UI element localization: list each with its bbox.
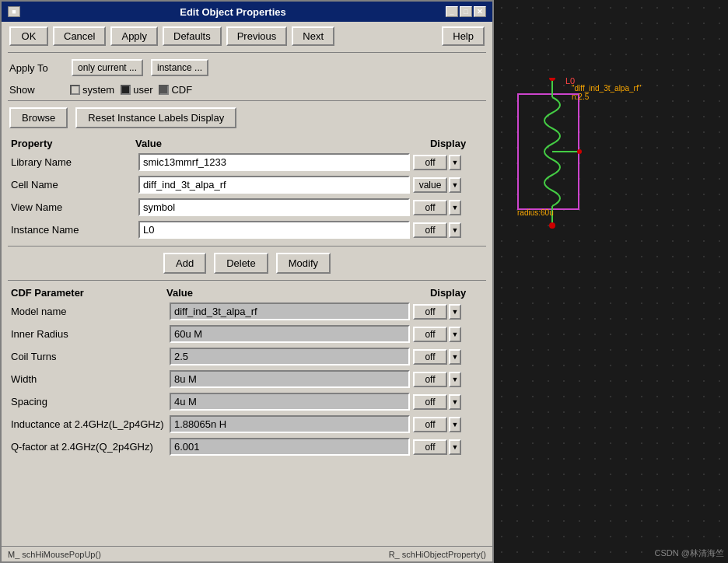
user-label: user bbox=[133, 84, 152, 96]
title-bar-controls: _ □ ✕ bbox=[446, 6, 486, 17]
divider3 bbox=[8, 246, 486, 247]
svg-point-4 bbox=[549, 222, 555, 229]
modify-button[interactable]: Modify bbox=[276, 253, 331, 274]
cdf-row-width: Width off ▼ bbox=[8, 368, 486, 390]
model-name-label: Model name bbox=[11, 306, 166, 317]
model-display-btn[interactable]: off bbox=[413, 304, 447, 320]
cell-display-arrow[interactable]: ▼ bbox=[449, 177, 461, 193]
inner-radius-input[interactable] bbox=[170, 325, 410, 343]
show-label: Show bbox=[9, 84, 64, 96]
spacing-label: Spacing bbox=[11, 396, 166, 407]
qfactor-display-btn[interactable]: off bbox=[413, 439, 447, 455]
property-table: Property Value Display Library Name off … bbox=[8, 136, 486, 241]
width-display-arrow[interactable]: ▼ bbox=[449, 372, 461, 387]
apply-button[interactable]: Apply bbox=[110, 26, 158, 46]
defaults-button[interactable]: Defaults bbox=[163, 26, 222, 46]
spacing-display-btn[interactable]: off bbox=[413, 394, 447, 410]
view-name-input[interactable] bbox=[138, 198, 410, 216]
prop-row-library: Library Name off ▼ bbox=[8, 151, 486, 173]
divider1 bbox=[8, 52, 486, 53]
prop-header: Property Value Display bbox=[8, 136, 486, 151]
cdf-label: CDF bbox=[171, 84, 192, 96]
prop-row-instance: Instance Name off ▼ bbox=[8, 219, 486, 241]
cell-name-input[interactable] bbox=[138, 176, 410, 194]
add-button[interactable]: Add bbox=[163, 253, 206, 274]
next-button[interactable]: Next bbox=[292, 26, 334, 46]
width-label: Width bbox=[11, 373, 166, 385]
inductance-input[interactable] bbox=[170, 415, 410, 433]
prop-col-header: Property bbox=[11, 138, 135, 149]
maximize-button[interactable]: □ bbox=[460, 6, 472, 17]
show-user-item: user bbox=[121, 84, 152, 96]
help-button[interactable]: Help bbox=[442, 26, 485, 46]
reset-button[interactable]: Reset Instance Labels Display bbox=[75, 107, 236, 128]
browse-row: Browse Reset Instance Labels Display bbox=[2, 103, 492, 133]
val-col-header: Value bbox=[135, 138, 413, 149]
bottom-left: M_ schHiMousePopUp() bbox=[8, 550, 101, 559]
bottom-right: R_ schHiObjectProperty() bbox=[389, 550, 486, 559]
cdf-disp-header: Display bbox=[413, 287, 483, 299]
divider2 bbox=[8, 100, 486, 101]
close-button[interactable]: ✕ bbox=[474, 6, 486, 17]
instance-display-arrow[interactable]: ▼ bbox=[449, 222, 461, 238]
toolbar: OK Cancel Apply Defaults Previous Next H… bbox=[2, 22, 492, 51]
previous-button[interactable]: Previous bbox=[226, 26, 288, 46]
system-label: system bbox=[82, 84, 114, 96]
browse-button[interactable]: Browse bbox=[9, 107, 68, 128]
dialog-title: Edit Object Properties bbox=[180, 6, 286, 18]
library-display-arrow[interactable]: ▼ bbox=[449, 155, 461, 170]
delete-button[interactable]: Delete bbox=[214, 253, 268, 274]
prop-row-view: View Name off ▼ bbox=[8, 196, 486, 219]
inductance-display-arrow[interactable]: ▼ bbox=[449, 417, 461, 432]
model-name-input[interactable] bbox=[170, 302, 410, 320]
cell-display-btn[interactable]: value bbox=[413, 177, 447, 193]
only-current-dropdown[interactable]: only current ... bbox=[72, 59, 143, 76]
show-cdf-item: CDF bbox=[159, 84, 192, 96]
inner-radius-label: Inner Radius bbox=[11, 328, 166, 340]
action-btn-row: Add Delete Modify bbox=[2, 248, 492, 278]
cdf-row-model: Model name off ▼ bbox=[8, 300, 486, 323]
cdf-row-turns: Coil Turns off ▼ bbox=[8, 345, 486, 368]
spacing-input[interactable] bbox=[170, 393, 410, 411]
cdf-row-qfactor: Q-factor at 2.4GHz(Q_2p4GHz) off ▼ bbox=[8, 435, 486, 458]
title-bar: ■ Edit Object Properties _ □ ✕ bbox=[2, 2, 492, 22]
cdf-param-header: CDF Parameter bbox=[11, 287, 166, 299]
qfactor-display-arrow[interactable]: ▼ bbox=[449, 439, 461, 455]
watermark: CSDN @林清海竺 bbox=[655, 547, 724, 559]
minimize-button[interactable]: _ bbox=[446, 6, 458, 17]
system-checkbox[interactable] bbox=[70, 85, 80, 95]
svg-point-3 bbox=[549, 78, 555, 81]
turns-display-btn[interactable]: off bbox=[413, 349, 447, 365]
instance-dropdown[interactable]: instance ... bbox=[151, 59, 208, 76]
cdf-row-radius: Inner Radius off ▼ bbox=[8, 323, 486, 345]
instance-name-input[interactable] bbox=[138, 221, 410, 239]
spacing-display-arrow[interactable]: ▼ bbox=[449, 394, 461, 410]
width-input[interactable] bbox=[170, 370, 410, 388]
user-checkbox[interactable] bbox=[121, 85, 131, 95]
instance-display-btn[interactable]: off bbox=[413, 222, 447, 238]
apply-to-row: Apply To only current ... instance ... bbox=[2, 54, 492, 81]
canvas-area: L0 "diff_ind_3t_alpa_rf" n:2.5 radius:60… bbox=[494, 0, 728, 563]
coil-turns-label: Coil Turns bbox=[11, 351, 166, 362]
coil-turns-input[interactable] bbox=[170, 348, 410, 365]
cdf-row-spacing: Spacing off ▼ bbox=[8, 390, 486, 413]
library-name-input[interactable] bbox=[138, 153, 410, 171]
inductance-label: Inductance at 2.4GHz(L_2p4GHz) bbox=[11, 418, 166, 430]
qfactor-input[interactable] bbox=[170, 438, 410, 456]
turns-display-arrow[interactable]: ▼ bbox=[449, 349, 461, 365]
model-display-arrow[interactable]: ▼ bbox=[449, 304, 461, 320]
cdf-header: CDF Parameter Value Display bbox=[8, 285, 486, 300]
cdf-row-inductance: Inductance at 2.4GHz(L_2p4GHz) off ▼ bbox=[8, 413, 486, 435]
view-display-btn[interactable]: off bbox=[413, 200, 447, 215]
view-name-label: View Name bbox=[11, 201, 135, 213]
width-display-btn[interactable]: off bbox=[413, 372, 447, 387]
cdf-table: CDF Parameter Value Display Model name o… bbox=[8, 285, 486, 458]
cancel-button[interactable]: Cancel bbox=[53, 26, 106, 46]
inductance-display-btn[interactable]: off bbox=[413, 417, 447, 432]
cdf-checkbox[interactable] bbox=[159, 85, 169, 95]
view-display-arrow[interactable]: ▼ bbox=[449, 200, 461, 215]
radius-display-btn[interactable]: off bbox=[413, 327, 447, 342]
library-display-btn[interactable]: off bbox=[413, 155, 447, 170]
radius-display-arrow[interactable]: ▼ bbox=[449, 327, 461, 342]
ok-button[interactable]: OK bbox=[9, 26, 48, 46]
